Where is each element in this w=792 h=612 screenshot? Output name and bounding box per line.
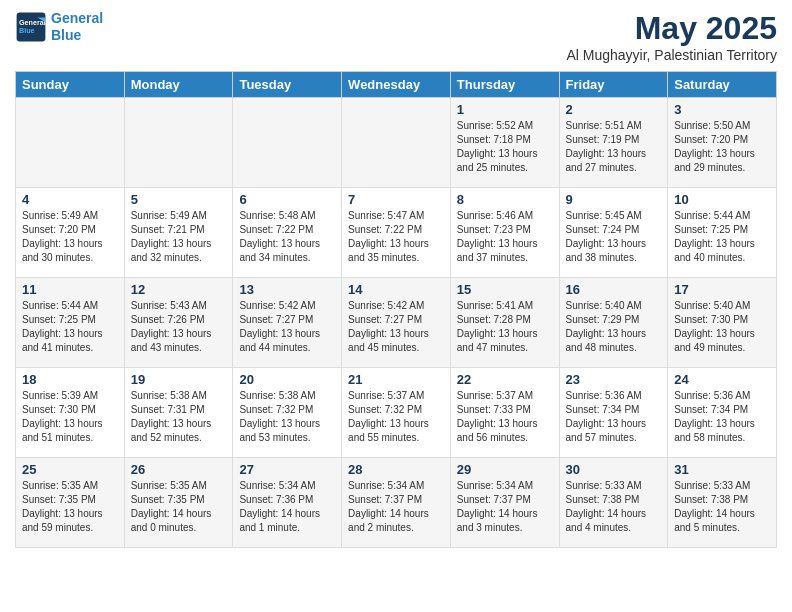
- day-info: Sunrise: 5:36 AMSunset: 7:34 PMDaylight:…: [674, 389, 770, 445]
- calendar-cell: 24Sunrise: 5:36 AMSunset: 7:34 PMDayligh…: [668, 368, 777, 458]
- logo: General Blue General Blue: [15, 10, 103, 44]
- day-info: Sunrise: 5:46 AMSunset: 7:23 PMDaylight:…: [457, 209, 553, 265]
- calendar-cell: 6Sunrise: 5:48 AMSunset: 7:22 PMDaylight…: [233, 188, 342, 278]
- day-number: 3: [674, 102, 770, 117]
- day-info: Sunrise: 5:34 AMSunset: 7:37 PMDaylight:…: [457, 479, 553, 535]
- day-number: 23: [566, 372, 662, 387]
- day-info: Sunrise: 5:52 AMSunset: 7:18 PMDaylight:…: [457, 119, 553, 175]
- day-number: 27: [239, 462, 335, 477]
- calendar-cell: [342, 98, 451, 188]
- day-info: Sunrise: 5:44 AMSunset: 7:25 PMDaylight:…: [22, 299, 118, 355]
- day-info: Sunrise: 5:36 AMSunset: 7:34 PMDaylight:…: [566, 389, 662, 445]
- calendar-body: 1Sunrise: 5:52 AMSunset: 7:18 PMDaylight…: [16, 98, 777, 548]
- day-info: Sunrise: 5:40 AMSunset: 7:29 PMDaylight:…: [566, 299, 662, 355]
- day-number: 19: [131, 372, 227, 387]
- calendar-cell: 18Sunrise: 5:39 AMSunset: 7:30 PMDayligh…: [16, 368, 125, 458]
- day-info: Sunrise: 5:49 AMSunset: 7:21 PMDaylight:…: [131, 209, 227, 265]
- day-info: Sunrise: 5:35 AMSunset: 7:35 PMDaylight:…: [131, 479, 227, 535]
- day-number: 18: [22, 372, 118, 387]
- logo-line1: General: [51, 10, 103, 26]
- day-number: 16: [566, 282, 662, 297]
- day-info: Sunrise: 5:35 AMSunset: 7:35 PMDaylight:…: [22, 479, 118, 535]
- day-number: 24: [674, 372, 770, 387]
- day-info: Sunrise: 5:39 AMSunset: 7:30 PMDaylight:…: [22, 389, 118, 445]
- calendar-week-row: 4Sunrise: 5:49 AMSunset: 7:20 PMDaylight…: [16, 188, 777, 278]
- day-number: 25: [22, 462, 118, 477]
- day-number: 9: [566, 192, 662, 207]
- calendar-cell: 17Sunrise: 5:40 AMSunset: 7:30 PMDayligh…: [668, 278, 777, 368]
- day-number: 12: [131, 282, 227, 297]
- day-info: Sunrise: 5:33 AMSunset: 7:38 PMDaylight:…: [674, 479, 770, 535]
- calendar-week-row: 18Sunrise: 5:39 AMSunset: 7:30 PMDayligh…: [16, 368, 777, 458]
- calendar-cell: 22Sunrise: 5:37 AMSunset: 7:33 PMDayligh…: [450, 368, 559, 458]
- day-number: 31: [674, 462, 770, 477]
- calendar-cell: 15Sunrise: 5:41 AMSunset: 7:28 PMDayligh…: [450, 278, 559, 368]
- calendar-cell: 13Sunrise: 5:42 AMSunset: 7:27 PMDayligh…: [233, 278, 342, 368]
- day-info: Sunrise: 5:49 AMSunset: 7:20 PMDaylight:…: [22, 209, 118, 265]
- day-info: Sunrise: 5:40 AMSunset: 7:30 PMDaylight:…: [674, 299, 770, 355]
- day-number: 28: [348, 462, 444, 477]
- calendar-cell: 11Sunrise: 5:44 AMSunset: 7:25 PMDayligh…: [16, 278, 125, 368]
- day-number: 21: [348, 372, 444, 387]
- calendar-cell: 25Sunrise: 5:35 AMSunset: 7:35 PMDayligh…: [16, 458, 125, 548]
- header-day-wednesday: Wednesday: [342, 72, 451, 98]
- day-info: Sunrise: 5:37 AMSunset: 7:33 PMDaylight:…: [457, 389, 553, 445]
- day-info: Sunrise: 5:37 AMSunset: 7:32 PMDaylight:…: [348, 389, 444, 445]
- calendar-cell: 7Sunrise: 5:47 AMSunset: 7:22 PMDaylight…: [342, 188, 451, 278]
- calendar-cell: 31Sunrise: 5:33 AMSunset: 7:38 PMDayligh…: [668, 458, 777, 548]
- title-area: May 2025 Al Mughayyir, Palestinian Terri…: [566, 10, 777, 63]
- day-number: 7: [348, 192, 444, 207]
- header-day-monday: Monday: [124, 72, 233, 98]
- day-info: Sunrise: 5:45 AMSunset: 7:24 PMDaylight:…: [566, 209, 662, 265]
- header-day-thursday: Thursday: [450, 72, 559, 98]
- logo-text: General Blue: [51, 10, 103, 44]
- day-number: 13: [239, 282, 335, 297]
- day-number: 8: [457, 192, 553, 207]
- header-day-tuesday: Tuesday: [233, 72, 342, 98]
- day-number: 10: [674, 192, 770, 207]
- calendar-table: SundayMondayTuesdayWednesdayThursdayFrid…: [15, 71, 777, 548]
- calendar-cell: 4Sunrise: 5:49 AMSunset: 7:20 PMDaylight…: [16, 188, 125, 278]
- day-number: 29: [457, 462, 553, 477]
- svg-text:Blue: Blue: [19, 26, 35, 35]
- header-day-friday: Friday: [559, 72, 668, 98]
- day-info: Sunrise: 5:47 AMSunset: 7:22 PMDaylight:…: [348, 209, 444, 265]
- day-number: 11: [22, 282, 118, 297]
- calendar-cell: 27Sunrise: 5:34 AMSunset: 7:36 PMDayligh…: [233, 458, 342, 548]
- day-info: Sunrise: 5:44 AMSunset: 7:25 PMDaylight:…: [674, 209, 770, 265]
- day-number: 26: [131, 462, 227, 477]
- day-info: Sunrise: 5:34 AMSunset: 7:36 PMDaylight:…: [239, 479, 335, 535]
- calendar-cell: 16Sunrise: 5:40 AMSunset: 7:29 PMDayligh…: [559, 278, 668, 368]
- day-number: 6: [239, 192, 335, 207]
- day-info: Sunrise: 5:33 AMSunset: 7:38 PMDaylight:…: [566, 479, 662, 535]
- calendar-cell: 29Sunrise: 5:34 AMSunset: 7:37 PMDayligh…: [450, 458, 559, 548]
- logo-icon: General Blue: [15, 11, 47, 43]
- calendar-cell: 23Sunrise: 5:36 AMSunset: 7:34 PMDayligh…: [559, 368, 668, 458]
- calendar-cell: 14Sunrise: 5:42 AMSunset: 7:27 PMDayligh…: [342, 278, 451, 368]
- day-number: 1: [457, 102, 553, 117]
- day-number: 4: [22, 192, 118, 207]
- day-info: Sunrise: 5:38 AMSunset: 7:31 PMDaylight:…: [131, 389, 227, 445]
- day-number: 22: [457, 372, 553, 387]
- logo-line2: Blue: [51, 27, 81, 43]
- day-info: Sunrise: 5:43 AMSunset: 7:26 PMDaylight:…: [131, 299, 227, 355]
- day-info: Sunrise: 5:42 AMSunset: 7:27 PMDaylight:…: [348, 299, 444, 355]
- calendar-cell: 10Sunrise: 5:44 AMSunset: 7:25 PMDayligh…: [668, 188, 777, 278]
- calendar-week-row: 11Sunrise: 5:44 AMSunset: 7:25 PMDayligh…: [16, 278, 777, 368]
- day-number: 15: [457, 282, 553, 297]
- calendar-cell: 19Sunrise: 5:38 AMSunset: 7:31 PMDayligh…: [124, 368, 233, 458]
- calendar-cell: 20Sunrise: 5:38 AMSunset: 7:32 PMDayligh…: [233, 368, 342, 458]
- calendar-cell: 21Sunrise: 5:37 AMSunset: 7:32 PMDayligh…: [342, 368, 451, 458]
- calendar-cell: 1Sunrise: 5:52 AMSunset: 7:18 PMDaylight…: [450, 98, 559, 188]
- day-number: 17: [674, 282, 770, 297]
- calendar-cell: 28Sunrise: 5:34 AMSunset: 7:37 PMDayligh…: [342, 458, 451, 548]
- calendar-cell: 2Sunrise: 5:51 AMSunset: 7:19 PMDaylight…: [559, 98, 668, 188]
- header: General Blue General Blue May 2025 Al Mu…: [15, 10, 777, 63]
- calendar-cell: 5Sunrise: 5:49 AMSunset: 7:21 PMDaylight…: [124, 188, 233, 278]
- calendar-cell: [124, 98, 233, 188]
- day-info: Sunrise: 5:51 AMSunset: 7:19 PMDaylight:…: [566, 119, 662, 175]
- calendar-cell: 26Sunrise: 5:35 AMSunset: 7:35 PMDayligh…: [124, 458, 233, 548]
- day-info: Sunrise: 5:50 AMSunset: 7:20 PMDaylight:…: [674, 119, 770, 175]
- calendar-header-row: SundayMondayTuesdayWednesdayThursdayFrid…: [16, 72, 777, 98]
- calendar-week-row: 25Sunrise: 5:35 AMSunset: 7:35 PMDayligh…: [16, 458, 777, 548]
